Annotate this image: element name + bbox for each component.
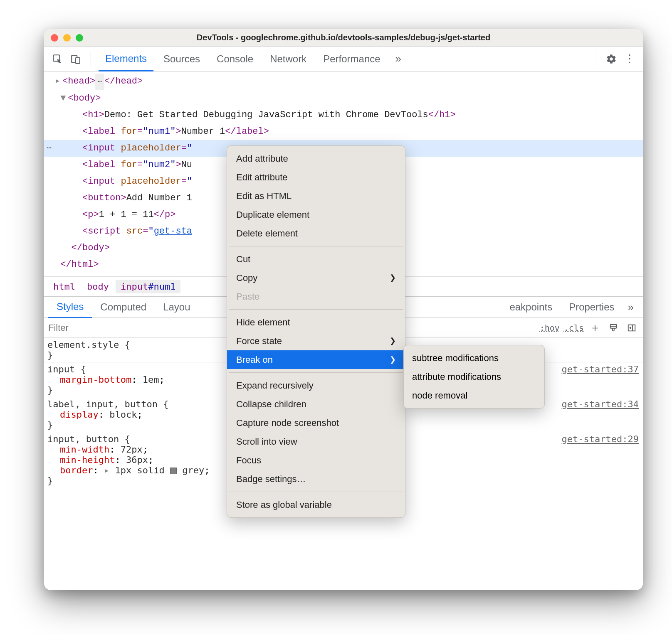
ctx-store-global[interactable]: Store as global variable — [227, 495, 405, 514]
ctx-focus[interactable]: Focus — [227, 451, 405, 470]
color-swatch-icon[interactable] — [170, 468, 177, 474]
submenu-node-removal[interactable]: node removal — [404, 386, 544, 405]
kebab-menu-icon[interactable]: ⋮ — [622, 52, 637, 66]
styles-tab-computed[interactable]: Computed — [92, 296, 155, 318]
ctx-force-state[interactable]: Force state❯ — [227, 332, 405, 350]
ctx-separator — [229, 492, 403, 492]
ctx-paste: Paste — [227, 287, 405, 306]
styles-tab-layout[interactable]: Layou — [155, 296, 198, 318]
ctx-hide-element[interactable]: Hide element — [227, 313, 405, 332]
rule-source-link[interactable]: get-started:34 — [562, 399, 639, 409]
window-title: DevTools - googlechrome.github.io/devtoo… — [44, 33, 643, 42]
toolbar-separator — [91, 52, 91, 66]
breadcrumb-selected[interactable]: input#num1 — [116, 280, 180, 293]
ctx-duplicate-element[interactable]: Duplicate element — [227, 205, 405, 224]
dom-node-body-open[interactable]: ▼<body> — [44, 90, 643, 107]
chevron-right-icon: ❯ — [390, 335, 396, 347]
ctx-scroll-into-view[interactable]: Scroll into view — [227, 432, 405, 451]
chevron-right-icon: ❯ — [390, 272, 396, 283]
ctx-badge-settings[interactable]: Badge settings… — [227, 470, 405, 488]
ctx-expand-recursively[interactable]: Expand recursively — [227, 376, 405, 395]
inspect-element-icon[interactable] — [50, 52, 65, 66]
more-tabs-chevron[interactable]: » — [390, 52, 406, 65]
submenu-subtree-modifications[interactable]: subtree modifications — [404, 349, 544, 367]
window-minimize-button[interactable] — [63, 34, 71, 42]
styles-tab-breakpoints[interactable]: eakpoints — [501, 296, 561, 318]
paintbrush-icon[interactable] — [606, 321, 620, 335]
tab-sources[interactable]: Sources — [157, 47, 207, 71]
main-toolbar: Elements Sources Console Network Perform… — [44, 47, 643, 71]
tab-elements[interactable]: Elements — [99, 47, 153, 71]
ctx-delete-element[interactable]: Delete element — [227, 224, 405, 243]
ctx-add-attribute[interactable]: Add attribute — [227, 149, 405, 168]
breadcrumb-html[interactable]: html — [48, 280, 80, 293]
styles-tab-properties[interactable]: Properties — [561, 296, 623, 318]
submenu-attribute-modifications[interactable]: attribute modifications — [404, 367, 544, 386]
cls-toggle[interactable]: .cls — [564, 323, 584, 333]
break-on-submenu: subtree modifications attribute modifica… — [403, 345, 545, 409]
ctx-separator — [229, 246, 403, 246]
new-style-rule-icon[interactable]: ＋ — [588, 321, 602, 335]
ctx-edit-attribute[interactable]: Edit attribute — [227, 168, 405, 187]
dom-node-head[interactable]: ▸<head>⋯</head> — [44, 73, 643, 90]
dom-node-label1[interactable]: <label for="num1">Number 1</label> — [44, 123, 643, 140]
device-toolbar-icon[interactable] — [68, 52, 83, 66]
window-close-button[interactable] — [51, 34, 58, 42]
titlebar: DevTools - googlechrome.github.io/devtoo… — [44, 29, 643, 47]
styles-tab-styles[interactable]: Styles — [48, 297, 92, 318]
context-menu: Add attribute Edit attribute Edit as HTM… — [227, 145, 405, 518]
ctx-capture-screenshot[interactable]: Capture node screenshot — [227, 413, 405, 432]
dom-node-h1[interactable]: <h1>Demo: Get Started Debugging JavaScri… — [44, 107, 643, 123]
toolbar-separator — [596, 52, 596, 66]
hov-toggle[interactable]: :hov — [540, 323, 560, 333]
ctx-separator — [229, 372, 403, 373]
tab-console[interactable]: Console — [210, 47, 260, 71]
breadcrumb-body[interactable]: body — [82, 280, 114, 293]
ctx-break-on[interactable]: Break on❯ — [227, 350, 405, 369]
toggle-computed-sidebar-icon[interactable] — [625, 321, 639, 335]
chevron-right-icon: ❯ — [390, 354, 396, 365]
rule-source-link[interactable]: get-started:29 — [562, 434, 639, 444]
ctx-cut[interactable]: Cut — [227, 250, 405, 268]
svg-rect-2 — [76, 57, 80, 63]
ctx-separator — [229, 309, 403, 310]
window-maximize-button[interactable] — [76, 34, 83, 42]
rule-source-link[interactable]: get-started:37 — [562, 364, 639, 374]
tab-performance[interactable]: Performance — [316, 47, 387, 71]
tab-network[interactable]: Network — [263, 47, 313, 71]
ctx-copy[interactable]: Copy❯ — [227, 268, 405, 287]
ctx-edit-as-html[interactable]: Edit as HTML — [227, 187, 405, 205]
settings-gear-icon[interactable] — [604, 52, 619, 66]
traffic-lights — [51, 34, 83, 42]
styles-more-chevron[interactable]: » — [623, 301, 639, 314]
ctx-collapse-children[interactable]: Collapse children — [227, 395, 405, 413]
